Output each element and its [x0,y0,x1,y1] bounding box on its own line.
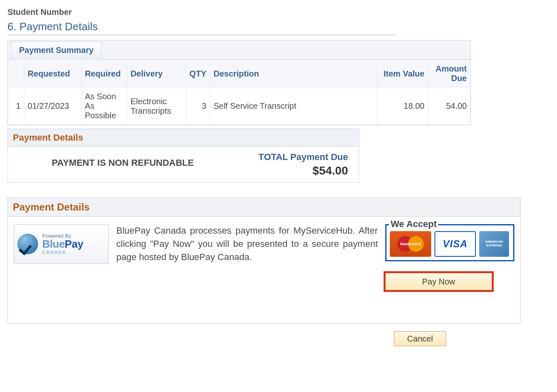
total-due-amount: $54.00 [259,164,348,177]
col-index [8,60,24,88]
cell-required: As Soon As Possible [81,88,127,125]
cancel-button[interactable]: Cancel [394,331,446,346]
cell-qty: 3 [185,88,210,125]
payment-details-lower-box: Payment Details Powered By BluePay CANAD… [7,198,521,324]
cell-description: Self Service Transcript [210,88,377,125]
bluepay-logo-text: Powered By BluePay CANADA [42,233,83,255]
non-refundable-text: PAYMENT IS NON REFUNDABLE [14,152,259,168]
col-requested: Requested [24,60,81,88]
cell-item-value: 18.00 [377,88,428,125]
summary-tab-row: Payment Summary [8,41,471,60]
bluepay-brand-blue: Blue [42,238,65,250]
we-accept-label: We Accept [389,219,438,229]
amex-icon: AMERICAN EXPRESS [479,231,509,257]
pay-now-button[interactable]: Pay Now [385,273,492,290]
page-title: 6. Payment Details [7,20,529,33]
visa-icon: VISA [435,231,476,257]
cell-index: 1 [8,88,24,125]
table-header-row: Requested Required Delivery QTY Descript… [8,60,471,88]
col-description: Description [210,60,377,88]
title-divider [7,35,396,35]
cell-delivery: Electronic Transcripts [127,88,185,125]
bluepay-brand-pay: Pay [65,238,83,250]
col-delivery: Delivery [127,60,185,88]
mastercard-icon: MasterCard [390,231,431,257]
payment-details-small-box: Payment Details PAYMENT IS NON REFUNDABL… [7,129,359,183]
we-accept-box: We Accept MasterCard VISA AMERICAN EXPRE… [385,224,514,261]
cell-requested: 01/27/2023 [24,88,81,125]
col-qty: QTY [185,60,210,88]
table-row: 1 01/27/2023 As Soon As Possible Electro… [8,88,471,125]
col-required: Required [81,60,127,88]
bluepay-description: BluePay Canada processes payments for My… [116,224,378,290]
col-amount-due: Amount Due [428,60,470,88]
student-number-label: Student Number [7,7,529,17]
payment-summary-box: Payment Summary Requested Required Deliv… [7,40,471,125]
col-item-value: Item Value [377,60,428,88]
total-due-label: TOTAL Payment Due [259,152,348,163]
total-due-block: TOTAL Payment Due $54.00 [259,152,352,177]
payment-summary-tab[interactable]: Payment Summary [11,42,101,60]
checkmark-icon [17,234,38,254]
cell-amount-due: 54.00 [428,88,470,125]
payment-details-small-header: Payment Details [8,129,359,147]
bluepay-canada-label: CANADA [42,250,83,255]
payment-summary-table: Requested Required Delivery QTY Descript… [8,60,471,125]
bluepay-logo: Powered By BluePay CANADA [14,224,109,264]
payment-details-lower-header: Payment Details [8,198,520,217]
